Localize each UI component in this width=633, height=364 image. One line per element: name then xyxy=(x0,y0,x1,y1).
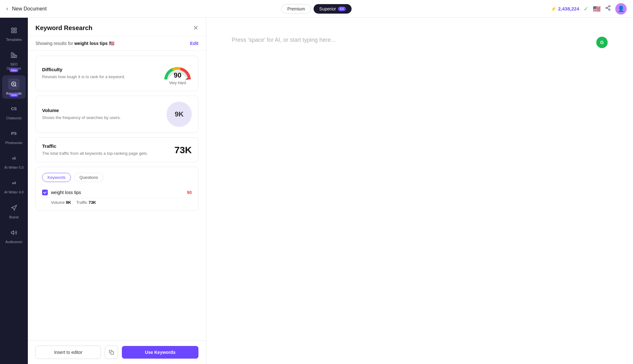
main-layout: Templates SEO Optimizer New Keywords New… xyxy=(0,18,633,364)
tabs-row: Keywords Questions xyxy=(42,173,192,182)
traffic-desc: The total traffic from all keywords a to… xyxy=(42,151,174,156)
results-bar: Showing results for weight loss tips 🇺🇸 … xyxy=(28,36,206,51)
share-icon[interactable] xyxy=(605,5,611,12)
copy-button[interactable] xyxy=(105,346,118,359)
volume-title: Volume xyxy=(42,108,166,113)
panel-content: Difficulty Reveals how tough it is to ra… xyxy=(28,51,206,340)
svg-point-0 xyxy=(609,6,610,7)
grammarly-button[interactable]: G xyxy=(596,37,608,48)
traffic-value: 73K xyxy=(174,145,192,155)
use-keywords-button[interactable]: Use Keywords xyxy=(122,346,198,359)
superior-badge: 6X xyxy=(338,7,346,11)
svg-rect-10 xyxy=(13,54,15,58)
keyword-volume-label: Volume 9K xyxy=(51,200,71,205)
svg-rect-8 xyxy=(12,31,14,33)
sidebar: Templates SEO Optimizer New Keywords New… xyxy=(0,18,28,364)
audiosonic-icon xyxy=(8,227,20,238)
premium-button[interactable]: Premium xyxy=(281,4,311,14)
panel-title: Keyword Research xyxy=(35,24,92,32)
brand-icon xyxy=(8,202,20,214)
verified-icon: ✓ xyxy=(584,5,588,12)
photosonic-icon: PS xyxy=(8,128,20,139)
sidebar-item-brand[interactable]: Brand xyxy=(2,199,26,223)
photosonic-label: Photosonic xyxy=(5,141,22,145)
keyword-row: weight loss tips 90 xyxy=(42,187,192,198)
traffic-title: Traffic xyxy=(42,143,174,149)
back-button[interactable]: ‹ xyxy=(6,5,8,12)
seo-new-badge: New xyxy=(9,68,18,72)
aiwriter4-icon: v4 xyxy=(8,177,20,189)
keyword-checkbox[interactable] xyxy=(42,190,48,195)
aiwriter5-label: AI Writer 5.0 xyxy=(4,166,24,170)
results-flag: 🇺🇸 xyxy=(109,41,114,46)
volume-desc: Shows the frequency of searches by users… xyxy=(42,115,166,121)
sidebar-item-aiwriter4[interactable]: v4 AI Writer 4.0 xyxy=(2,174,26,198)
sidebar-item-audiosonic[interactable]: Audiosonic xyxy=(2,224,26,247)
sidebar-item-chatsonic[interactable]: CS Chatsonic xyxy=(2,100,26,123)
editor-area[interactable]: Press 'space' for AI, or start typing he… xyxy=(206,18,633,364)
header: ‹ New Document Premium Superior 6X ⚡ 2,4… xyxy=(0,0,633,18)
templates-label: Templates xyxy=(6,38,22,42)
sidebar-item-photosonic[interactable]: PS Photosonic xyxy=(2,125,26,148)
keywords-icon xyxy=(8,78,20,90)
svg-rect-11 xyxy=(15,55,16,58)
superior-button[interactable]: Superior 6X xyxy=(314,4,352,14)
flag-icon: 🇺🇸 xyxy=(593,5,601,13)
svg-line-4 xyxy=(607,7,609,8)
svg-rect-18 xyxy=(111,352,114,355)
chatsonic-icon: CS xyxy=(8,103,20,115)
tab-keywords[interactable]: Keywords xyxy=(42,173,71,182)
results-keyword: weight loss tips xyxy=(74,41,108,46)
svg-point-2 xyxy=(609,9,610,10)
svg-line-3 xyxy=(607,8,609,9)
keyword-meta: Volume 9K Traffic 73K xyxy=(42,198,192,205)
keyword-name: weight loss tips xyxy=(51,190,184,195)
lightning-icon: ⚡ xyxy=(551,6,557,12)
traffic-card: Traffic The total traffic from all keywo… xyxy=(35,137,198,162)
tab-questions[interactable]: Questions xyxy=(74,173,103,182)
seo-icon xyxy=(8,49,20,61)
plan-buttons: Premium Superior 6X xyxy=(281,4,352,14)
panel-footer: Insert to editor Use Keywords xyxy=(28,340,206,364)
credits-display: ⚡ 2,438,224 xyxy=(551,6,579,12)
keyword-panel: Keyword Research ✕ Showing results for w… xyxy=(28,18,206,364)
brand-label: Brand xyxy=(9,215,18,219)
traffic-info: Traffic The total traffic from all keywo… xyxy=(42,143,174,156)
keywords-tabs-card: Keywords Questions weight loss tips 90 V… xyxy=(35,167,198,211)
difficulty-title: Difficulty xyxy=(42,67,163,72)
superior-label: Superior xyxy=(319,6,336,11)
edit-link[interactable]: Edit xyxy=(190,41,198,46)
difficulty-label: Very Hard xyxy=(169,81,186,85)
difficulty-desc: Reveals how tough it is to rank for a ke… xyxy=(42,74,163,80)
aiwriter5-icon: v5 xyxy=(8,153,20,164)
svg-marker-15 xyxy=(11,231,14,235)
avatar[interactable]: 👤 xyxy=(615,3,627,15)
keyword-traffic-label: Traffic 73K xyxy=(76,200,96,205)
volume-card: Volume Shows the frequency of searches b… xyxy=(35,96,198,133)
audiosonic-label: Audiosonic xyxy=(5,240,22,244)
volume-info: Volume Shows the frequency of searches b… xyxy=(42,108,166,121)
sidebar-item-seo[interactable]: SEO Optimizer New xyxy=(2,46,26,74)
editor-placeholder: Press 'space' for AI, or start typing he… xyxy=(232,37,596,43)
difficulty-gauge: 90 Very Hard xyxy=(163,62,192,85)
volume-value: 9K xyxy=(166,102,192,127)
svg-point-1 xyxy=(606,7,607,9)
sidebar-item-templates[interactable]: Templates xyxy=(2,22,26,45)
svg-rect-6 xyxy=(15,28,16,30)
keyword-difficulty-score: 90 xyxy=(187,190,192,195)
difficulty-card: Difficulty Reveals how tough it is to ra… xyxy=(35,56,198,91)
svg-rect-5 xyxy=(12,28,14,30)
credits-value: 2,438,224 xyxy=(558,6,579,11)
header-right: ⚡ 2,438,224 ✓ 🇺🇸 👤 xyxy=(551,3,627,15)
panel-header: Keyword Research ✕ xyxy=(28,18,206,36)
results-prefix: Showing results for xyxy=(35,41,73,46)
sidebar-item-aiwriter5[interactable]: v5 AI Writer 5.0 xyxy=(2,149,26,173)
difficulty-info: Difficulty Reveals how tough it is to ra… xyxy=(42,67,163,80)
svg-rect-9 xyxy=(11,53,13,58)
difficulty-score: 90 xyxy=(174,71,181,79)
sidebar-item-keywords[interactable]: Keywords New xyxy=(2,75,26,99)
templates-icon xyxy=(8,25,20,36)
insert-button[interactable]: Insert to editor xyxy=(35,346,101,359)
close-button[interactable]: ✕ xyxy=(193,24,198,32)
results-text: Showing results for weight loss tips 🇺🇸 xyxy=(35,41,114,46)
